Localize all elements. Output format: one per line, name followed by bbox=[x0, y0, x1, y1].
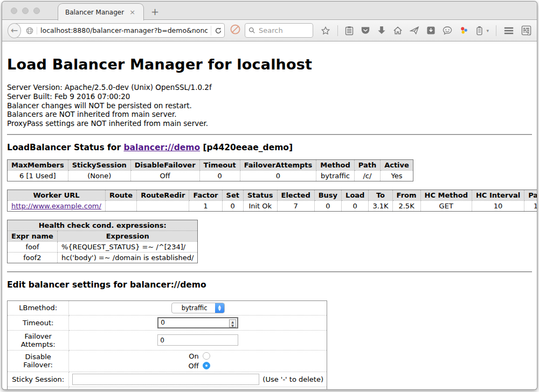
timeout-label: Timeout: bbox=[8, 315, 69, 330]
reload-icon[interactable] bbox=[215, 27, 222, 34]
navigation-toolbar: ← localhost:8880/balancer-manager?b=demo… bbox=[2, 20, 537, 41]
table-header-row: MaxMembers StickySession DisableFailover… bbox=[8, 159, 413, 170]
battery-icon[interactable] bbox=[476, 26, 483, 36]
disable-failover-on-radio[interactable] bbox=[203, 352, 210, 360]
col-disablefailover: DisableFailover bbox=[130, 159, 199, 170]
lbmethod-select[interactable]: bytraffic ▲▼ bbox=[171, 303, 225, 313]
col-active: Active bbox=[381, 159, 413, 170]
proxypass-note-line: ProxyPass settings are NOT inherited fro… bbox=[7, 119, 532, 128]
health-title-row: Health check cond. expressions: bbox=[8, 220, 198, 230]
table-header-row: Worker URL Route RouteRedir Factor Set S… bbox=[8, 190, 537, 200]
tab-balancer-manager[interactable]: Balancer Manager × bbox=[58, 3, 144, 20]
table-row: 6 [1 Used] (None) Off 0 0 bytraffic /c/ … bbox=[8, 170, 413, 181]
balancer-status-table: MaxMembers StickySession DisableFailover… bbox=[7, 159, 413, 181]
worker-status-table: Worker URL Route RouteRedir Factor Set S… bbox=[7, 190, 537, 212]
sticky-session-input[interactable] bbox=[72, 374, 259, 385]
page-title: Load Balancer Manager for localhost bbox=[7, 56, 532, 73]
divider bbox=[7, 271, 532, 272]
menu-icon[interactable] bbox=[503, 26, 514, 35]
feedback-smiley-icon[interactable] bbox=[443, 26, 452, 35]
url-bar[interactable]: localhost:8880/balancer-manager?b=demo&n… bbox=[13, 23, 225, 38]
url-text[interactable]: localhost:8880/balancer-manager?b=demo&n… bbox=[40, 26, 208, 34]
send-tab-icon[interactable] bbox=[410, 26, 419, 35]
inherit-note-line: Balancers are NOT inherited from main se… bbox=[7, 110, 532, 119]
close-window-button[interactable] bbox=[11, 8, 17, 14]
lbmethod-selected-value: bytraffic bbox=[172, 304, 215, 312]
search-bar[interactable]: Search bbox=[245, 23, 313, 38]
col-failoverattempts: FailoverAttempts bbox=[240, 159, 316, 170]
server-version-line: Server Version: Apache/2.5.0-dev (Unix) … bbox=[7, 83, 532, 92]
status-heading-prefix: LoadBalancer Status for bbox=[7, 143, 123, 152]
bookmark-star-icon[interactable] bbox=[321, 26, 330, 36]
page-content: Load Balancer Manager for localhost Serv… bbox=[2, 41, 537, 390]
content-blocked-icon[interactable] bbox=[230, 24, 240, 37]
tab-title: Balancer Manager bbox=[65, 9, 124, 16]
reading-list-icon[interactable] bbox=[345, 26, 354, 36]
balancer-demo-link[interactable]: balancer://demo bbox=[123, 143, 200, 152]
status-heading-suffix: [p4420eeae_demo] bbox=[200, 143, 293, 152]
extension-dots-icon[interactable] bbox=[459, 26, 469, 36]
minimize-window-button[interactable] bbox=[22, 8, 29, 14]
server-info: Server Version: Apache/2.5.0-dev (Unix) … bbox=[7, 83, 532, 128]
toolbar-separator bbox=[496, 25, 496, 36]
col-path: Path bbox=[354, 159, 380, 170]
failover-attempts-input[interactable] bbox=[157, 334, 238, 346]
add-new-worker-label: Add New Worker: bbox=[8, 387, 69, 390]
divider bbox=[7, 134, 532, 135]
pocket-icon[interactable] bbox=[361, 26, 370, 35]
worker-url-link[interactable]: http://www.example.com/ bbox=[11, 202, 101, 210]
select-stepper-icon: ▲▼ bbox=[215, 303, 224, 313]
downloads-icon[interactable] bbox=[377, 26, 386, 35]
extension-grid-icon[interactable] bbox=[521, 25, 531, 36]
table-row: foof %{REQUEST_STATUS} =~ /^[234]/ bbox=[8, 241, 198, 252]
search-icon bbox=[248, 27, 255, 34]
sticky-session-hint: (Use '-' to delete) bbox=[262, 375, 323, 383]
off-label: Off bbox=[186, 362, 199, 370]
health-table-title: Health check cond. expressions: bbox=[8, 220, 198, 230]
col-method: Method bbox=[316, 159, 354, 170]
browser-window: Balancer Manager × + ← localhost:8880/ba… bbox=[2, 1, 537, 390]
col-maxmembers: MaxMembers bbox=[8, 159, 68, 170]
failover-attempts-label: Failover Attempts: bbox=[8, 330, 69, 350]
health-check-table: Health check cond. expressions: Expr nam… bbox=[7, 220, 198, 263]
overflow-caret-icon[interactable]: ▾ bbox=[486, 28, 489, 33]
col-stickysession: StickySession bbox=[68, 159, 130, 170]
table-row: http://www.example.com/ 1 0 Init Ok 7 0 … bbox=[8, 200, 537, 211]
zoom-window-button[interactable] bbox=[33, 8, 40, 14]
persist-note-line: Balancer changes will NOT be persisted o… bbox=[7, 101, 532, 110]
url-separator bbox=[211, 26, 211, 36]
timeout-input[interactable] bbox=[157, 317, 238, 328]
disable-failover-off-radio[interactable] bbox=[203, 362, 210, 369]
lbmethod-label: LBmethod: bbox=[8, 300, 69, 315]
site-identity-globe-icon[interactable] bbox=[25, 27, 37, 34]
disable-failover-label: Disable Failover: bbox=[8, 350, 69, 372]
table-header-row: Expr name Expression bbox=[8, 230, 198, 241]
edit-balancer-heading: Edit balancer settings for balancer://de… bbox=[7, 280, 532, 290]
home-icon[interactable] bbox=[393, 26, 403, 35]
save-panel-icon[interactable] bbox=[426, 26, 436, 35]
number-spinner-icon[interactable]: ▲▼ bbox=[229, 319, 236, 327]
tab-close-icon[interactable]: × bbox=[128, 8, 136, 16]
on-label: On bbox=[186, 352, 199, 360]
table-row: foof2 hc('body') =~ /domain is establish… bbox=[8, 252, 198, 263]
sticky-session-label: Sticky Session: bbox=[8, 372, 69, 387]
window-controls[interactable] bbox=[11, 8, 40, 14]
search-placeholder: Search bbox=[259, 26, 283, 34]
new-tab-button[interactable]: + bbox=[151, 6, 159, 17]
loadbalancer-status-heading: LoadBalancer Status for balancer://demo … bbox=[7, 143, 532, 152]
server-built-line: Server Built: Feb 9 2016 07:00:20 bbox=[7, 92, 532, 101]
toolbar-separator bbox=[337, 25, 338, 36]
back-button[interactable]: ← bbox=[8, 23, 21, 38]
col-timeout: Timeout bbox=[199, 159, 240, 170]
edit-balancer-form: LBmethod: bytraffic ▲▼ Timeout: ▲▼ bbox=[7, 300, 327, 390]
tab-bar: Balancer Manager × + bbox=[2, 2, 537, 20]
